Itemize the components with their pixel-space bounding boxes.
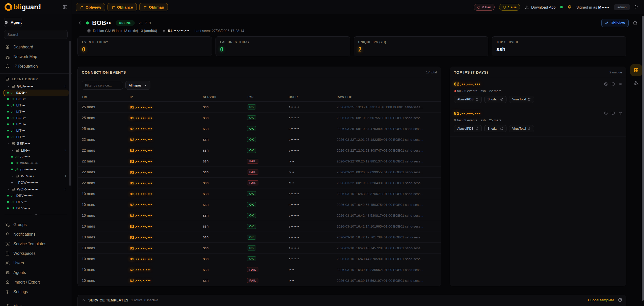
- sidebar-item-users[interactable]: Users: [0, 258, 72, 268]
- tree-row[interactable]: UP BOB••: [4, 96, 69, 102]
- tab-oblimap[interactable]: Oblimap: [139, 3, 168, 11]
- event-ip[interactable]: 82.••.•••.•••: [130, 181, 203, 185]
- sidebar-scrollbar[interactable]: [69, 41, 71, 186]
- tree-row[interactable]: UP rin•••••••••: [4, 166, 69, 173]
- event-ip[interactable]: 82.••.•••.•••: [130, 116, 203, 120]
- table-row[interactable]: 10 mars 82.••.•••.••• ssh OK s•••••• 202…: [78, 199, 441, 210]
- agent-mode-button[interactable]: Agent: [4, 18, 22, 27]
- abuseipdb-link-button[interactable]: AbuseIPDB: [454, 96, 482, 103]
- table-row[interactable]: 25 mars 82.••.•••.••• ssh OK s•••••• 202…: [78, 102, 441, 113]
- refresh-icon[interactable]: [618, 298, 622, 302]
- top-ip-address[interactable]: 82.••.•••.•••: [454, 82, 481, 87]
- logout-icon[interactable]: [634, 5, 639, 9]
- tree-row[interactable]: UP LIT•••: [4, 134, 69, 140]
- sidebar-item-agents[interactable]: Agents: [0, 268, 72, 277]
- event-ip[interactable]: 82.••.•••.•••: [130, 105, 203, 109]
- table-row[interactable]: 22 mars 82.••.•••.••• ssh OK s•••••• 202…: [78, 134, 441, 145]
- sidebar-item-groups[interactable]: Groups: [0, 220, 72, 230]
- tree-row[interactable]: UP LIT•••: [4, 102, 69, 108]
- table-row[interactable]: 10 mars 82.••.•••.••• ssh OK s•••••• 202…: [78, 243, 441, 254]
- chevron-down-icon[interactable]: [7, 188, 10, 190]
- event-ip[interactable]: 62.•••.•.•••: [130, 268, 203, 272]
- abuseipdb-link-button[interactable]: AbuseIPDB: [454, 125, 482, 132]
- event-ip[interactable]: 82.••.•••.•••: [130, 127, 203, 131]
- event-ip[interactable]: 82.••.•••.•••: [130, 170, 203, 174]
- tree-row[interactable]: WIN•••• 1: [4, 173, 69, 179]
- download-app-button[interactable]: Download App: [525, 5, 556, 9]
- table-row[interactable]: 10 mars 62.•••.•.••• ssh FAIL r••• 2026-…: [78, 264, 441, 275]
- tree-row[interactable]: UP LIT•••: [4, 108, 69, 115]
- network-view-button[interactable]: [634, 80, 639, 86]
- tree-collapse-toggle[interactable]: [5, 213, 67, 216]
- table-row[interactable]: 22 mars 82.••.•••.••• ssh FAIL r••• 2026…: [78, 178, 441, 188]
- eye-icon[interactable]: [619, 111, 623, 115]
- tree-row[interactable]: – POW•••••••••: [4, 179, 69, 186]
- search-input[interactable]: [7, 32, 64, 37]
- sidebar-item-notifications[interactable]: Notifications: [0, 230, 72, 239]
- service-filter-input[interactable]: [82, 81, 123, 90]
- shodan-link-button[interactable]: Shodan: [484, 125, 506, 132]
- virustotal-link-button[interactable]: VirusTotal: [509, 125, 534, 132]
- tree-row[interactable]: UP web•••••••••: [4, 160, 69, 166]
- sidebar-item-ip-reputation[interactable]: IP Reputation: [0, 62, 72, 71]
- virustotal-link-button[interactable]: VirusTotal: [509, 96, 534, 103]
- event-ip[interactable]: 82.••.•••.•••: [130, 246, 203, 250]
- sidebar-item-settings[interactable]: Settings: [0, 287, 72, 297]
- table-row[interactable]: 10 mars 82.••.•••.••• ssh OK s•••••• 202…: [78, 221, 441, 232]
- tree-row[interactable]: UP LIT•••: [4, 127, 69, 134]
- open-obliview-button[interactable]: Obliview: [601, 19, 629, 27]
- tab-obliview[interactable]: Obliview: [76, 3, 105, 11]
- ban-icon[interactable]: [604, 111, 608, 115]
- table-row[interactable]: 22 mars 82.••.•••.••• ssh OK s•••••• 202…: [78, 145, 441, 156]
- event-ip[interactable]: 82.••.•••.•••: [130, 159, 203, 163]
- event-ip[interactable]: 82.••.•••.•••: [130, 224, 203, 229]
- tab-obliance[interactable]: Obliance: [108, 3, 137, 11]
- tree-row[interactable]: SER••••: [4, 140, 69, 147]
- grid-view-button[interactable]: [630, 64, 642, 76]
- tree-row[interactable]: WOR••••••••• 6: [4, 186, 69, 192]
- back-button[interactable]: [77, 20, 83, 25]
- table-row[interactable]: 10 mars 82.••.•••.••• ssh OK s•••••• 202…: [78, 254, 441, 264]
- tree-row[interactable]: GUA•••••• 8: [4, 83, 69, 90]
- ban-icon[interactable]: [604, 82, 608, 86]
- table-row[interactable]: 22 mars 82.••.•••.••• ssh FAIL r••• 2026…: [78, 156, 441, 167]
- sidebar-item-workspaces[interactable]: Workspaces: [0, 249, 72, 258]
- top-ip-address[interactable]: 82.••.•••.•••: [454, 111, 481, 116]
- event-ip[interactable]: 82.••.•••.•••: [130, 235, 203, 239]
- chevron-down-icon[interactable]: [11, 149, 14, 152]
- tree-row[interactable]: UP DEV•••••: [4, 205, 69, 211]
- chevron-up-icon[interactable]: [82, 298, 86, 302]
- tree-row[interactable]: UP DEV•••: [4, 199, 69, 205]
- sidebar-item-import-export[interactable]: Import / Export: [0, 277, 72, 287]
- table-row[interactable]: 25 mars 82.••.•••.••• ssh OK s•••••• 202…: [78, 113, 441, 123]
- suspicious-count-badge[interactable]: 1 sus: [499, 4, 520, 11]
- shield-icon[interactable]: [611, 82, 615, 86]
- sidebar-item-dashboard[interactable]: Dashboard: [0, 42, 72, 52]
- type-filter-select[interactable]: All types: [125, 81, 150, 90]
- event-ip[interactable]: 82.••.•••.•••: [130, 148, 203, 153]
- tree-row[interactable]: UP Air••••: [4, 154, 69, 160]
- ban-count-badge[interactable]: 0 ban: [474, 4, 495, 11]
- eye-icon[interactable]: [619, 82, 623, 86]
- tree-row[interactable]: UP BOB••: [4, 121, 69, 127]
- chevron-down-icon[interactable]: [7, 142, 10, 145]
- table-row[interactable]: 10 mars 82.••.•••.••• ssh OK s•••••• 202…: [78, 188, 441, 199]
- event-ip[interactable]: 82.••.•••.•••: [130, 192, 203, 196]
- tree-row[interactable]: LIN•• 3: [4, 147, 69, 154]
- event-ip[interactable]: 82.••.•••.•••: [130, 213, 203, 218]
- table-row[interactable]: 25 mars 82.••.•••.••• ssh OK s•••••• 202…: [78, 123, 441, 134]
- table-row[interactable]: 10 mars 82.••.•••.••• ssh OK s•••••• 202…: [78, 210, 441, 221]
- table-row[interactable]: 22 mars 82.••.•••.••• ssh FAIL r••• 2026…: [78, 167, 441, 178]
- shodan-link-button[interactable]: Shodan: [484, 96, 506, 103]
- event-ip[interactable]: 62.•••.•.•••: [130, 279, 203, 283]
- table-row[interactable]: 10 mars 82.••.•••.••• ssh OK s•••••• 202…: [78, 232, 441, 243]
- sidebar-item-network-map[interactable]: Network Map: [0, 52, 72, 62]
- event-ip[interactable]: 82.••.•••.•••: [130, 203, 203, 207]
- sidebar-collapse-icon[interactable]: [63, 5, 68, 10]
- tree-row[interactable]: UP BOB••: [4, 115, 69, 121]
- table-row[interactable]: 10 mars 62.•••.•.••• ssh FAIL r••• 2026-…: [78, 275, 441, 286]
- chevron-down-icon[interactable]: [7, 85, 10, 88]
- page-scrollbar[interactable]: [642, 16, 644, 301]
- sidebar-user[interactable]: M•••••: [0, 301, 72, 306]
- notifications-bell-icon[interactable]: [567, 5, 572, 9]
